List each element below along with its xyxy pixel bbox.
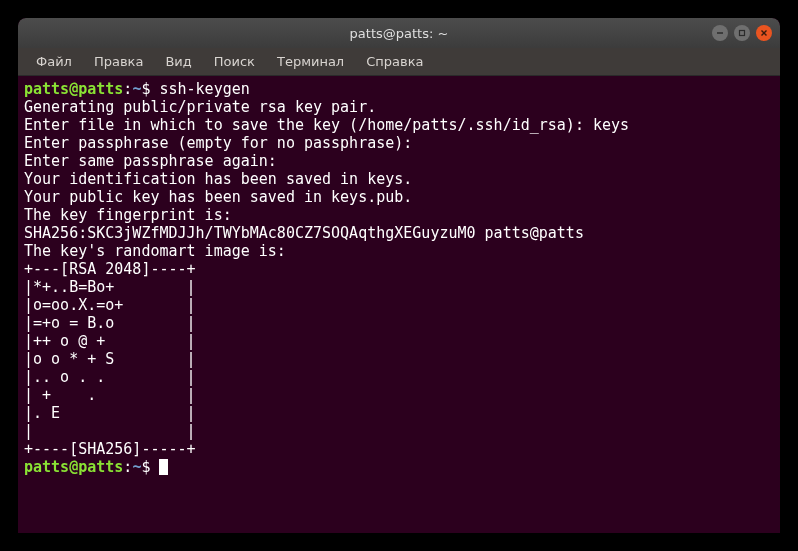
- output-line: |=+o = B.o |: [24, 314, 196, 332]
- window-title: patts@patts: ~: [350, 26, 449, 41]
- output-line: Your public key has been saved in keys.p…: [24, 188, 412, 206]
- output-line: +---[RSA 2048]----+: [24, 260, 196, 278]
- terminal-window: patts@patts: ~ Файл Правка Вид Поиск Тер…: [18, 18, 780, 533]
- output-line: |.. o . . |: [24, 368, 196, 386]
- minimize-icon: [716, 29, 724, 37]
- menubar: Файл Правка Вид Поиск Терминал Справка: [18, 48, 780, 76]
- prompt-end: $: [141, 80, 159, 98]
- maximize-button[interactable]: [734, 25, 750, 41]
- output-line: Generating public/private rsa key pair.: [24, 98, 376, 116]
- menu-view[interactable]: Вид: [155, 50, 201, 73]
- close-button[interactable]: [756, 25, 772, 41]
- output-line: The key fingerprint is:: [24, 206, 232, 224]
- output-line: Enter same passphrase again:: [24, 152, 277, 170]
- output-line: |*+..B=Bo+ |: [24, 278, 196, 296]
- menu-terminal[interactable]: Терминал: [267, 50, 354, 73]
- svg-rect-1: [740, 31, 745, 36]
- maximize-icon: [738, 29, 746, 37]
- prompt-user: patts@patts: [24, 80, 123, 98]
- output-line: | + . |: [24, 386, 196, 404]
- cursor-icon: [159, 459, 168, 475]
- prompt-end: $: [141, 458, 159, 476]
- menu-help[interactable]: Справка: [356, 50, 433, 73]
- menu-search[interactable]: Поиск: [204, 50, 265, 73]
- prompt-user: patts@patts: [24, 458, 123, 476]
- close-icon: [760, 29, 768, 37]
- command-text: ssh-keygen: [159, 80, 249, 98]
- terminal-body[interactable]: patts@patts:~$ ssh-keygen Generating pub…: [18, 76, 780, 480]
- titlebar: patts@patts: ~: [18, 18, 780, 48]
- output-line: SHA256:SKC3jWZfMDJJh/TWYbMAc80CZ7SOQAqth…: [24, 224, 584, 242]
- output-line: Enter passphrase (empty for no passphras…: [24, 134, 412, 152]
- menu-edit[interactable]: Правка: [84, 50, 153, 73]
- output-line: Enter file in which to save the key (/ho…: [24, 116, 629, 134]
- window-controls: [712, 25, 772, 41]
- output-line: |o o * + S |: [24, 350, 196, 368]
- output-line: |. E |: [24, 404, 196, 422]
- output-line: |++ o @ + |: [24, 332, 196, 350]
- output-line: Your identification has been saved in ke…: [24, 170, 412, 188]
- output-line: +----[SHA256]-----+: [24, 440, 196, 458]
- output-line: |o=oo.X.=o+ |: [24, 296, 196, 314]
- minimize-button[interactable]: [712, 25, 728, 41]
- output-line: | |: [24, 422, 196, 440]
- menu-file[interactable]: Файл: [26, 50, 82, 73]
- output-line: The key's randomart image is:: [24, 242, 286, 260]
